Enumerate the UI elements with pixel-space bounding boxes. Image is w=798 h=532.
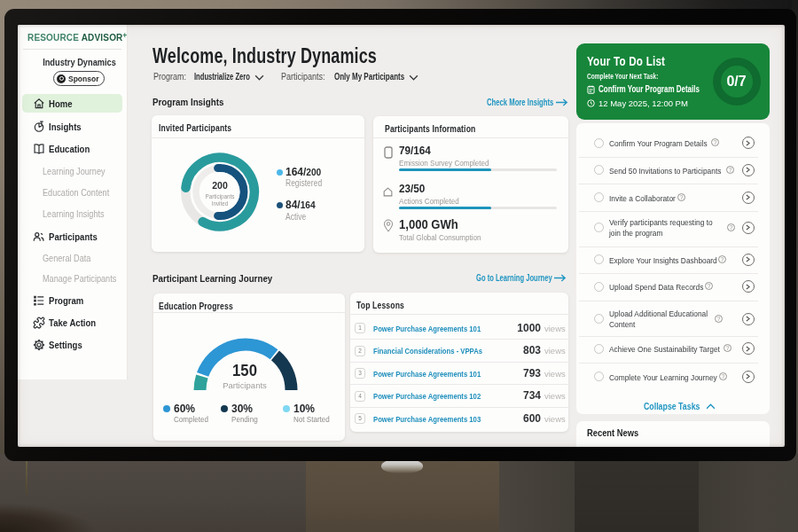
svg-text:Invited: Invited xyxy=(212,200,229,207)
svg-text:200: 200 xyxy=(212,180,228,191)
svg-text:Participants: Participants xyxy=(206,193,235,200)
